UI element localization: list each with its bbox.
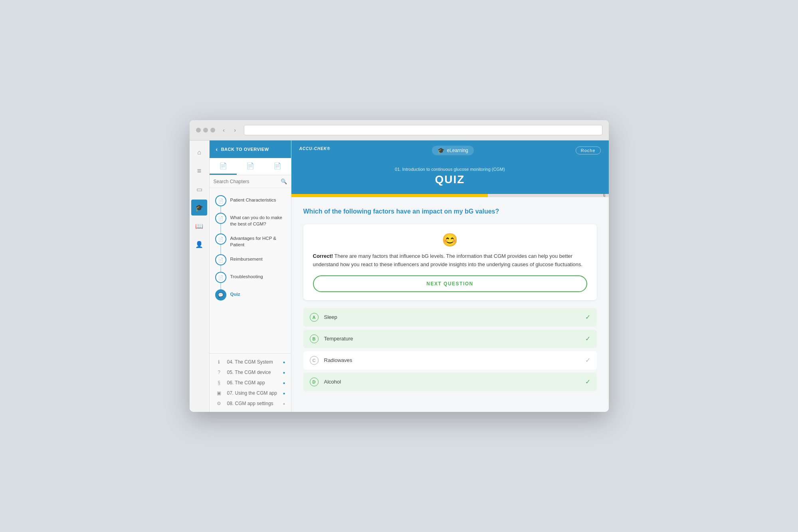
sidebar-tab-3[interactable]: 📄: [264, 158, 291, 175]
app-container: ⌂ ≡ ▭ 🎓 📖 👤 ‹ BACK TO OVERVIEW 📄 📄 �: [190, 140, 609, 412]
main-content: ACCU-CHEK® 🎓 eLearning Roche 01. Introdu…: [291, 140, 609, 412]
sidebar-icon-list[interactable]: ≡: [191, 163, 207, 179]
option-letter-b: B: [310, 334, 319, 343]
smiley-icon: 😊: [313, 232, 587, 247]
tab-3-icon: 📄: [273, 162, 281, 170]
sidebar-tabs: 📄 📄 📄: [210, 158, 291, 175]
tab-2-icon: 📄: [246, 162, 254, 170]
chapter-label-best: What can you do to make the best of CGM?: [230, 213, 285, 227]
correct-body: There are many factors that influence bG…: [313, 253, 583, 267]
question-text: Which of the following factors have an i…: [303, 207, 597, 216]
icon-sidebar: ⌂ ≡ ▭ 🎓 📖 👤: [190, 140, 210, 412]
search-input[interactable]: [214, 179, 278, 184]
chapter-item-reimbursement[interactable]: 📄 Reimbursement: [210, 251, 291, 269]
answer-option-c[interactable]: C Radiowaves ✓: [303, 351, 597, 370]
chapter-icon-advantages: 📄: [215, 233, 226, 245]
chapter-list: 📄 Patient Characteristics 📄 What can you…: [210, 188, 291, 353]
browser-dot-yellow: [203, 128, 208, 133]
bottom-nav-icon-07: ▣: [215, 390, 223, 396]
tab-1-icon: 📄: [219, 162, 227, 170]
chapter-label-patient: Patient Characteristics: [230, 195, 276, 203]
answer-option-a[interactable]: A Sleep ✓: [303, 308, 597, 326]
top-bar: ACCU-CHEK® 🎓 eLearning Roche: [291, 140, 609, 160]
option-text-c: Radiowaves: [324, 357, 580, 363]
chapter-label-troubleshooting: Troubleshooting: [230, 272, 263, 280]
sidebar-icon-book[interactable]: 📖: [191, 218, 207, 234]
bottom-nav-dot-07: ●: [283, 391, 285, 396]
bottom-nav-label-05: 05. The CGM device: [227, 370, 271, 375]
bottom-nav-dot-05: ●: [283, 370, 285, 375]
sidebar-tab-1[interactable]: 📄: [210, 158, 237, 175]
browser-forward-button[interactable]: ›: [230, 125, 240, 135]
bottom-nav-icon-05: ?: [215, 370, 223, 375]
bottom-nav-cgm-system[interactable]: ℹ 04. The CGM System ●: [210, 357, 291, 367]
elearning-label: eLearning: [447, 148, 468, 153]
browser-nav: ‹ ›: [219, 125, 240, 135]
bottom-nav-label-07: 07. Using the CGM app: [227, 390, 277, 396]
sidebar-tab-2[interactable]: 📄: [237, 158, 264, 175]
answer-options: A Sleep ✓ B Temperature ✓ C Radiowaves ✓: [303, 308, 597, 391]
option-text-d: Alcohol: [324, 379, 580, 385]
sidebar-icon-learn[interactable]: 🎓: [191, 200, 207, 216]
back-to-overview-button[interactable]: ‹ BACK TO OVERVIEW: [210, 140, 291, 158]
bottom-nav-label-08: 08. CGM app settings: [227, 401, 273, 406]
sidebar-icon-user[interactable]: 👤: [191, 236, 207, 252]
chapter-icon-best: 📄: [215, 213, 226, 224]
progress-bar-fill: [291, 194, 488, 197]
correct-label: Correct!: [313, 253, 333, 259]
elearning-badge: 🎓 eLearning: [432, 146, 473, 155]
browser-dots: [196, 128, 215, 133]
bottom-nav-dot-04: ●: [283, 360, 285, 364]
logo-superscript: ®: [327, 146, 330, 151]
browser-back-button[interactable]: ‹: [219, 125, 229, 135]
browser-chrome: ‹ ›: [190, 120, 609, 140]
option-text-a: Sleep: [324, 314, 580, 320]
chapter-item-best[interactable]: 📄 What can you do to make the best of CG…: [210, 210, 291, 230]
chapter-item-quiz[interactable]: 💬 Quiz: [210, 286, 291, 304]
logo-name: ACCU-CHEK: [299, 146, 327, 151]
sidebar-icon-screen[interactable]: ▭: [191, 181, 207, 197]
logo: ACCU-CHEK®: [299, 146, 331, 155]
sidebar-icon-home[interactable]: ⌂: [191, 144, 207, 160]
bottom-nav-dot-08: ●: [283, 401, 285, 406]
chapter-item-advantages[interactable]: 📄 Advantages for HCP & Patient: [210, 230, 291, 251]
browser-dot-red: [196, 128, 201, 133]
bottom-nav-cgm-app[interactable]: § 06. The CGM app ●: [210, 378, 291, 388]
roche-label: Roche: [581, 148, 596, 153]
back-arrow-icon: ‹: [216, 146, 218, 152]
bottom-nav-items: ℹ 04. The CGM System ● ? 05. The CGM dev…: [210, 353, 291, 412]
roche-badge: Roche: [576, 146, 601, 154]
bottom-nav-cgm-settings[interactable]: ⚙ 08. CGM app settings ●: [210, 398, 291, 409]
option-text-b: Temperature: [324, 336, 580, 342]
quiz-title: QUIZ: [299, 173, 601, 186]
progress-bar-container: 6: [291, 194, 609, 197]
chapter-label-advantages: Advantages for HCP & Patient: [230, 233, 285, 248]
chapter-label-reimbursement: Reimbursement: [230, 254, 263, 262]
bottom-nav-cgm-device[interactable]: ? 05. The CGM device ●: [210, 367, 291, 378]
chapter-icon-quiz: 💬: [215, 289, 226, 301]
chapter-item-patient[interactable]: 📄 Patient Characteristics: [210, 192, 291, 210]
option-letter-a: A: [310, 313, 319, 322]
answer-card: 😊 Correct! There are many factors that i…: [303, 224, 597, 300]
browser-url-bar[interactable]: [244, 125, 602, 135]
chapter-item-troubleshooting[interactable]: 📄 Troubleshooting: [210, 269, 291, 286]
progress-number: 6: [603, 193, 606, 198]
quiz-subtitle: 01. Introduction to continuous glucose m…: [299, 167, 601, 172]
correct-text: Correct! There are many factors that inf…: [313, 252, 587, 269]
chapter-icon-reimbursement: 📄: [215, 254, 226, 265]
chapter-sidebar: ‹ BACK TO OVERVIEW 📄 📄 📄 🔍: [210, 140, 291, 412]
bottom-nav-icon-08: ⚙: [215, 401, 223, 406]
bottom-nav-using-cgm[interactable]: ▣ 07. Using the CGM app ●: [210, 388, 291, 398]
bottom-nav-label-06: 06. The CGM app: [227, 380, 265, 386]
option-check-a: ✓: [585, 313, 590, 321]
chapter-icon-patient: 📄: [215, 195, 226, 206]
search-icon: 🔍: [281, 178, 287, 184]
bottom-nav-icon-06: §: [215, 380, 223, 386]
browser-window: ‹ › ⌂ ≡ ▭ 🎓 📖 👤 ‹ BACK TO OVERVIEW 📄: [190, 120, 609, 412]
answer-option-b[interactable]: B Temperature ✓: [303, 330, 597, 348]
chapter-label-quiz: Quiz: [230, 289, 240, 297]
search-bar: 🔍: [210, 175, 291, 188]
option-letter-d: D: [310, 378, 319, 386]
next-question-button[interactable]: NEXT QUESTION: [313, 275, 587, 292]
answer-option-d[interactable]: D Alcohol ✓: [303, 373, 597, 391]
